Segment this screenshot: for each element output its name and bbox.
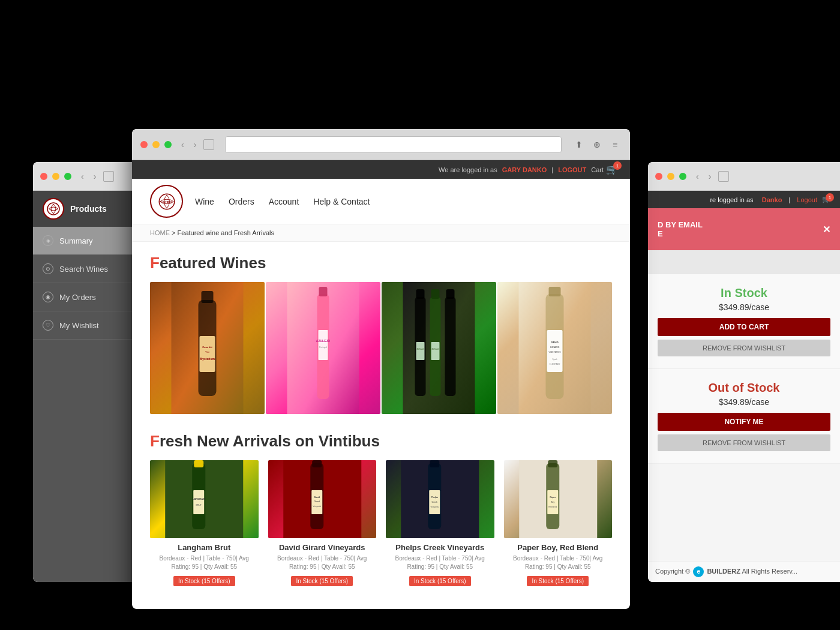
builderz-name: BUILDERZ	[707, 568, 740, 575]
traffic-light-red[interactable]	[40, 173, 47, 180]
close-notify-icon[interactable]: ✕	[823, 224, 830, 235]
chrome-bar-back-right: ‹ ›	[648, 162, 840, 191]
chrome-right-icons: ⬆ ⊕ ≡	[572, 138, 622, 151]
svg-rect-44	[312, 460, 322, 467]
sidebar-item-summary-label: Summary	[59, 236, 93, 245]
chrome-bar-main: ‹ › ⬆ ⊕ ≡	[132, 129, 630, 160]
svg-rect-6	[200, 336, 215, 372]
notify-email-bar[interactable]: D BY EMAILE ✕	[648, 208, 840, 250]
top-bar-main: We are logged in as GARY DANKO | LOGOUT …	[132, 160, 630, 179]
spacer-right	[648, 250, 840, 274]
nav-orders[interactable]: Orders	[229, 197, 254, 206]
svg-rect-23	[416, 342, 425, 360]
copyright-text: Copyright ©	[655, 568, 690, 575]
in-stock-badge-3[interactable]: In Stock (15 Offers)	[409, 576, 471, 586]
traffic-light-green-main[interactable]	[164, 141, 172, 148]
svg-text:BRUT: BRUT	[196, 504, 202, 506]
back-button-main[interactable]: ‹	[181, 140, 184, 149]
traffic-light-green-right[interactable]	[679, 173, 686, 180]
svg-text:LANGHAM: LANGHAM	[193, 497, 205, 500]
tab-button[interactable]	[103, 171, 114, 182]
svg-text:AZULEJO: AZULEJO	[316, 339, 330, 343]
username-main[interactable]: GARY DANKO	[502, 166, 547, 173]
featured-wine-4[interactable]: DAVID GIRARD VINEYARDS Syrah EL DORADO	[497, 282, 612, 414]
arrival-desc-4: Bordeaux - Red | Table - 750| Avg Rating…	[504, 554, 613, 571]
nav-help-contact[interactable]: Help & Contact	[313, 197, 370, 206]
svg-text:Vini: Vini	[205, 350, 209, 353]
traffic-light-yellow-right[interactable]	[667, 173, 674, 180]
forward-button-main[interactable]: ›	[194, 140, 197, 149]
logout-main[interactable]: LOGOUT	[558, 166, 586, 173]
svg-text:David: David	[314, 496, 320, 499]
svg-text:Mysterium: Mysterium	[200, 357, 215, 361]
svg-text:Syrah: Syrah	[553, 358, 557, 361]
svg-text:Phelps: Phelps	[431, 496, 439, 499]
traffic-light-red-main[interactable]	[140, 141, 148, 148]
featured-wine-1[interactable]: Casa dei Vini Mysterium	[150, 282, 265, 414]
in-stock-badge-2[interactable]: In Stock (15 Offers)	[291, 576, 353, 586]
address-bar[interactable]	[225, 136, 562, 153]
breadcrumb-home[interactable]: HOME	[150, 229, 170, 236]
arrival-item-1[interactable]: LANGHAM BRUT Langham Brut Bordeaux - Red…	[150, 460, 259, 586]
arrival-item-3[interactable]: Phelps Creek Vineyards Phelps Creek Vine…	[386, 460, 494, 586]
summary-icon: ◈	[43, 235, 53, 246]
svg-rect-39	[193, 490, 204, 514]
forward-button[interactable]: ›	[94, 172, 97, 181]
share-icon[interactable]: ⬆	[572, 138, 586, 151]
featured-wines-title: Featured Wines	[150, 254, 612, 272]
svg-text:Girard: Girard	[314, 500, 320, 503]
more-icon[interactable]: ≡	[608, 138, 622, 151]
svg-text:35 South: 35 South	[416, 348, 424, 350]
forward-button-right[interactable]: ›	[709, 172, 712, 181]
traffic-light-yellow-main[interactable]	[152, 141, 160, 148]
traffic-light-yellow[interactable]	[52, 173, 59, 180]
vintibus-logo-small	[43, 198, 64, 220]
tab-button-main[interactable]	[203, 139, 214, 150]
breadcrumb-current: Featured wine and Fresh Arrivals	[178, 229, 274, 236]
breadcrumb-separator: >	[172, 229, 175, 236]
nav-account[interactable]: Account	[269, 197, 299, 206]
cart-icon-right[interactable]: 🛒 1	[822, 196, 830, 203]
right-top-bar: re logged in as Danko | Logout 🛒 1	[648, 191, 840, 208]
cart-icon-main[interactable]: 🛒 1	[606, 164, 618, 175]
browser-back-right: ‹ › re logged in as Danko | Logout 🛒 1 D…	[648, 162, 840, 582]
traffic-light-red-right[interactable]	[655, 173, 662, 180]
sidebar-item-search-wines-label: Search Wines	[59, 265, 108, 274]
add-to-cart-button[interactable]: ADD TO CART	[658, 318, 830, 336]
sidebar-header-title: Products	[70, 204, 107, 214]
featured-wine-2[interactable]: AZULEJO Portugal	[266, 282, 380, 414]
arrival-img-4: Paper Boy Red Blend	[504, 460, 613, 538]
arrival-name-3: Phelps Creek Vineyards	[386, 543, 494, 552]
svg-rect-21	[445, 297, 456, 396]
vintibus-logo-main[interactable]: VINTIBUS	[150, 185, 183, 218]
bookmark-icon[interactable]: ⊕	[590, 138, 604, 151]
in-stock-badge-4[interactable]: In Stock (15 Offers)	[527, 576, 589, 586]
svg-text:Vineyards: Vineyards	[313, 505, 321, 508]
svg-text:VINEYARDS: VINEYARDS	[549, 351, 562, 353]
tab-button-right[interactable]	[718, 171, 729, 182]
back-button-right[interactable]: ‹	[696, 172, 699, 181]
breadcrumb: HOME > Featured wine and Fresh Arrivals	[132, 224, 630, 242]
back-button[interactable]: ‹	[81, 172, 84, 181]
right-back-content: re logged in as Danko | Logout 🛒 1 D BY …	[648, 191, 840, 464]
in-stock-badge-1[interactable]: In Stock (15 Offers)	[173, 576, 235, 586]
notify-me-button[interactable]: NOTIFY ME	[658, 413, 830, 431]
logout-right[interactable]: Logout	[797, 196, 817, 203]
traffic-light-green[interactable]	[64, 173, 71, 180]
featured-wine-3[interactable]: 35 South 35 South	[382, 282, 496, 414]
my-orders-icon: ◉	[43, 292, 53, 302]
svg-text:Red Blend: Red Blend	[548, 506, 557, 508]
remove-from-wishlist-button-2[interactable]: REMOVE FROM WISHLIST	[658, 434, 830, 451]
remove-from-wishlist-button-1[interactable]: REMOVE FROM WISHLIST	[658, 340, 830, 356]
in-stock-card: In Stock $349.89/case ADD TO CART REMOVE…	[648, 274, 840, 369]
svg-rect-22	[446, 289, 455, 299]
svg-rect-38	[194, 460, 203, 467]
arrival-item-2[interactable]: David Girard Vineyards David Girard Vine…	[268, 460, 377, 586]
arrival-item-4[interactable]: Paper Boy Red Blend Paper Boy, Red Blend…	[504, 460, 613, 586]
nav-wine[interactable]: Wine	[195, 197, 214, 206]
cart-badge-right: 1	[826, 193, 834, 202]
svg-text:VINTIBUS: VINTIBUS	[161, 201, 172, 203]
site-content: We are logged in as GARY DANKO | LOGOUT …	[132, 160, 630, 609]
out-of-stock-label: Out of Stock	[658, 381, 830, 395]
nav-links: Wine Orders Account Help & Contact	[195, 197, 370, 206]
